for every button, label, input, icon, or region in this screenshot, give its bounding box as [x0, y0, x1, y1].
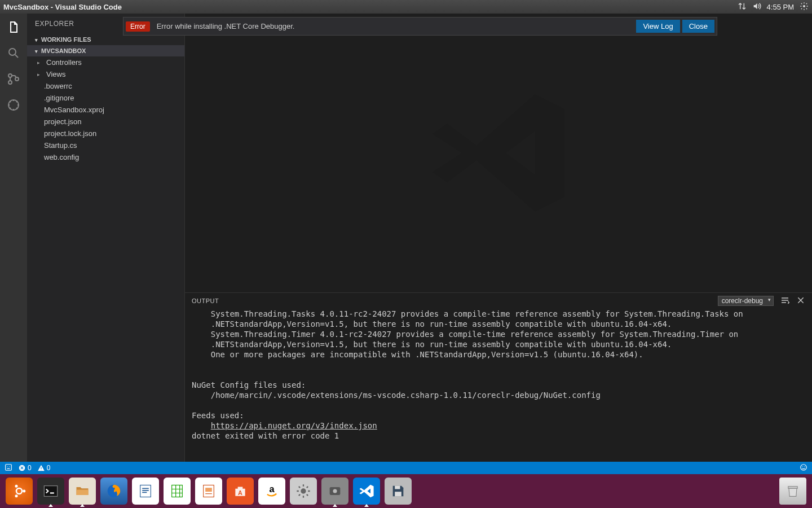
- tree-file[interactable]: .gitignore: [32, 92, 184, 104]
- vscode-logo-icon: [425, 80, 572, 226]
- svg-point-1: [9, 49, 16, 55]
- clear-output-icon[interactable]: [780, 296, 789, 306]
- svg-rect-30: [395, 492, 401, 496]
- debug-icon[interactable]: [6, 97, 21, 113]
- tree-folder[interactable]: Controllers: [32, 56, 184, 68]
- notification-message: Error while installing .NET Core Debugge…: [157, 22, 295, 30]
- working-files-header[interactable]: WORKING FILES: [27, 34, 184, 45]
- svg-rect-31: [788, 487, 797, 489]
- dock-settings-icon[interactable]: [290, 478, 317, 505]
- errors-count[interactable]: 0: [18, 464, 32, 472]
- view-log-button[interactable]: View Log: [636, 20, 679, 33]
- svg-point-14: [23, 490, 25, 493]
- svg-point-28: [333, 489, 337, 493]
- dock-calc-icon[interactable]: [164, 478, 191, 505]
- svg-rect-17: [44, 486, 57, 497]
- svg-point-15: [15, 485, 18, 488]
- dock-software-icon[interactable]: A: [227, 478, 254, 505]
- dock-impress-icon[interactable]: [195, 478, 222, 505]
- clock[interactable]: 4:55 PM: [767, 3, 794, 11]
- svg-point-4: [15, 77, 19, 81]
- close-panel-icon[interactable]: [796, 296, 805, 306]
- dock-ubuntu-icon[interactable]: [6, 478, 33, 505]
- dock-save-icon[interactable]: [385, 478, 412, 505]
- dock-trash-icon[interactable]: [779, 478, 806, 505]
- dock-app-icon[interactable]: [321, 478, 348, 505]
- tree-file[interactable]: project.json: [32, 116, 184, 128]
- dock-firefox-icon[interactable]: [100, 478, 127, 505]
- system-tray: 4:55 PM: [738, 2, 809, 12]
- feedback-frown-icon[interactable]: [5, 463, 12, 473]
- svg-rect-20: [140, 485, 151, 497]
- source-control-icon[interactable]: [6, 71, 21, 87]
- svg-point-2: [8, 74, 12, 77]
- dock-vscode-icon[interactable]: [353, 478, 380, 505]
- panel-tabs: OUTPUT coreclr-debug: [185, 293, 812, 309]
- dock-files-icon[interactable]: [69, 478, 96, 505]
- network-icon[interactable]: [738, 2, 747, 12]
- window-title: MvcSandbox - Visual Studio Code: [3, 3, 122, 11]
- output-tab[interactable]: OUTPUT: [192, 297, 219, 304]
- tree-file[interactable]: MvcSandbox.xproj: [32, 104, 184, 116]
- welcome-background: [185, 14, 812, 292]
- sound-icon[interactable]: [752, 2, 761, 12]
- dock-writer-icon[interactable]: [132, 478, 159, 505]
- system-top-bar: MvcSandbox - Visual Studio Code 4:55 PM: [0, 0, 812, 14]
- editor-area: Error Error while installing .NET Core D…: [185, 14, 812, 462]
- svg-point-26: [301, 488, 306, 493]
- svg-rect-29: [395, 486, 400, 489]
- svg-rect-21: [172, 485, 183, 497]
- file-tree: Controllers Views .bowerrc .gitignore Mv…: [27, 56, 184, 163]
- feedback-smile-icon[interactable]: [800, 463, 807, 473]
- explorer-icon[interactable]: [6, 19, 21, 35]
- svg-point-10: [801, 464, 807, 470]
- settings-gear-icon[interactable]: [800, 2, 809, 12]
- warnings-count[interactable]: 0: [37, 464, 51, 472]
- ubuntu-dock: A a: [0, 474, 812, 508]
- error-badge: Error: [126, 21, 150, 32]
- svg-point-13: [16, 488, 22, 494]
- search-icon[interactable]: [6, 45, 21, 61]
- svg-point-0: [803, 5, 805, 7]
- tree-folder[interactable]: Views: [32, 68, 184, 80]
- svg-text:a: a: [269, 484, 275, 494]
- status-bar: 0 0: [0, 462, 812, 474]
- dock-amazon-icon[interactable]: a: [258, 478, 285, 505]
- svg-rect-23: [205, 488, 212, 492]
- svg-point-8: [9, 466, 10, 467]
- tree-file[interactable]: project.lock.json: [32, 128, 184, 139]
- sidebar: EXPLORER WORKING FILES MVCSANDBOX Contro…: [27, 14, 185, 462]
- svg-point-7: [7, 466, 8, 467]
- svg-rect-18: [77, 490, 89, 495]
- svg-point-12: [804, 466, 805, 467]
- close-notification-button[interactable]: Close: [682, 20, 714, 33]
- project-header[interactable]: MVCSANDBOX: [27, 45, 184, 56]
- output-content[interactable]: System.Threading.Tasks 4.0.11-rc2-24027 …: [185, 309, 812, 462]
- svg-rect-6: [6, 464, 12, 470]
- tree-file[interactable]: Startup.cs: [32, 139, 184, 151]
- notification-bar: Error Error while installing .NET Core D…: [123, 17, 717, 36]
- output-channel-select[interactable]: coreclr-debug: [718, 296, 774, 306]
- output-panel: OUTPUT coreclr-debug System.Threading.Ta…: [185, 292, 812, 462]
- dock-terminal-icon[interactable]: [37, 478, 64, 505]
- tree-file[interactable]: .bowerrc: [32, 80, 184, 92]
- svg-text:A: A: [238, 489, 242, 496]
- svg-point-3: [8, 81, 12, 84]
- feed-link[interactable]: https://api.nuget.org/v3/index.json: [211, 421, 377, 430]
- tree-file[interactable]: web.config: [32, 151, 184, 163]
- svg-point-11: [802, 466, 803, 467]
- activity-bar: [0, 14, 27, 462]
- svg-point-16: [15, 494, 18, 497]
